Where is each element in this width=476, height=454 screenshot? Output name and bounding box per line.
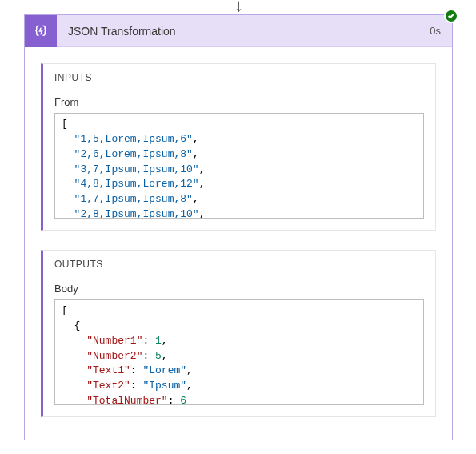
status-success-icon [444, 9, 458, 23]
flow-arrow-down-icon: ↓ [234, 0, 243, 14]
card-title: JSON Transformation [57, 25, 418, 38]
card-header[interactable]: JSON Transformation 0s [25, 15, 452, 47]
inputs-header: INPUTS [43, 64, 435, 88]
outputs-section: OUTPUTS Body [ { "Number1": 1, "Number2"… [41, 250, 436, 417]
braces-icon [25, 15, 57, 47]
inputs-from-label: From [54, 96, 424, 108]
inputs-from-code[interactable]: [ "1,5,Lorem,Ipsum,6", "2,6,Lorem,Ipsum,… [54, 113, 424, 219]
outputs-body-label: Body [54, 283, 424, 295]
outputs-header: OUTPUTS [43, 251, 435, 275]
action-card: JSON Transformation 0s INPUTS From [ "1,… [24, 14, 453, 440]
card-body: INPUTS From [ "1,5,Lorem,Ipsum,6", "2,6,… [25, 47, 452, 440]
outputs-body-code[interactable]: [ { "Number1": 1, "Number2": 5, "Text1":… [54, 299, 424, 405]
inputs-section: INPUTS From [ "1,5,Lorem,Ipsum,6", "2,6,… [41, 63, 436, 231]
